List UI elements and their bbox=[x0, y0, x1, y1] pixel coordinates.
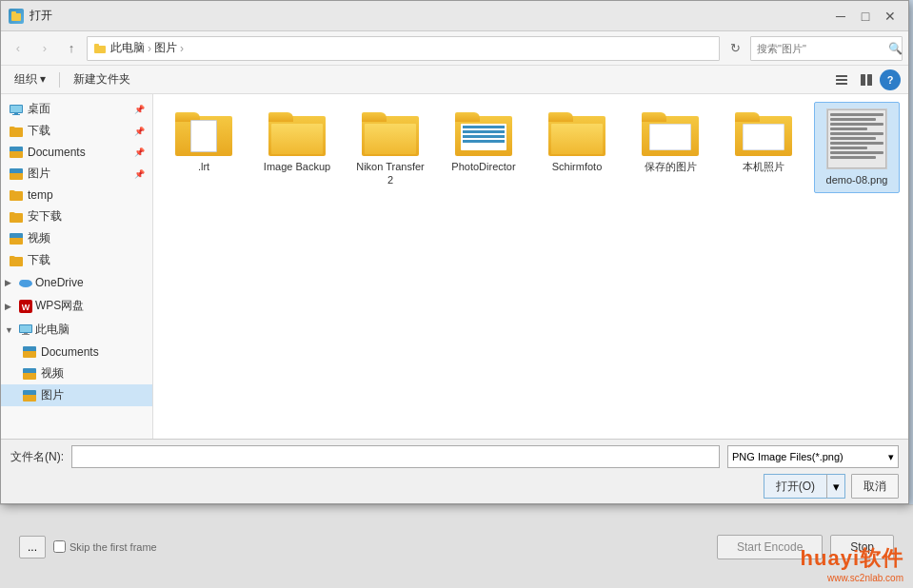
back-button[interactable]: ‹ bbox=[7, 37, 30, 60]
sidebar-label-onedrive: OneDrive bbox=[35, 276, 84, 289]
folder-icon-imagebackup bbox=[268, 108, 326, 156]
view-list-button[interactable] bbox=[830, 69, 853, 90]
skip-frame-row[interactable]: Skip the first frame bbox=[53, 540, 157, 553]
title-bar: 打开 ─ □ ✕ bbox=[1, 1, 908, 31]
file-item-local-photos[interactable]: 本机照片 bbox=[721, 102, 806, 194]
file-label-photodirector: PhotoDirector bbox=[451, 160, 515, 173]
file-item-saved-pics[interactable]: 保存的图片 bbox=[627, 102, 713, 194]
sidebar-group-pc[interactable]: ▼ 此电脑 bbox=[1, 318, 152, 342]
breadcrumb-sep-1: › bbox=[148, 42, 151, 55]
sidebar-label-documents: Documents bbox=[28, 146, 86, 159]
sidebar-label-pc-pictures: 图片 bbox=[41, 387, 64, 403]
sidebar-label-temp: temp bbox=[28, 188, 53, 202]
organize-button[interactable]: 组织 ▾ bbox=[9, 69, 51, 89]
folder-icon-photodirector bbox=[455, 108, 512, 156]
cancel-button[interactable]: 取消 bbox=[851, 474, 899, 499]
sidebar-label-pc: 此电脑 bbox=[35, 322, 69, 338]
sidebar-label-video1: 视频 bbox=[28, 230, 50, 246]
search-icon[interactable]: 🔍 bbox=[888, 42, 903, 55]
title-bar-controls: ─ □ ✕ bbox=[830, 6, 901, 27]
sidebar-item-video1[interactable]: 视频 bbox=[1, 227, 152, 249]
file-item-nikon[interactable]: Nikon Transfer 2 bbox=[347, 102, 433, 194]
svg-rect-11 bbox=[12, 114, 20, 115]
close-button[interactable]: ✕ bbox=[880, 6, 901, 27]
svg-rect-3 bbox=[94, 44, 99, 48]
toolbar: 组织 ▾ 新建文件夹 ? bbox=[1, 66, 908, 94]
sidebar-item-documents[interactable]: Documents 📌 bbox=[1, 142, 152, 163]
thumb-line-2 bbox=[830, 118, 876, 121]
open-button[interactable]: 打开(O) bbox=[764, 474, 826, 499]
svg-rect-7 bbox=[861, 74, 865, 86]
expand-icon-wps: ▶ bbox=[5, 302, 16, 311]
pin-icon-desktop: 📌 bbox=[134, 105, 145, 114]
filetype-label: PNG Image Files(*.png) bbox=[732, 451, 844, 462]
view-buttons: ? bbox=[830, 69, 901, 90]
new-folder-button[interactable]: 新建文件夹 bbox=[68, 69, 136, 89]
open-dropdown-arrow[interactable]: ▾ bbox=[826, 474, 845, 499]
sidebar-item-pictures[interactable]: 图片 📌 bbox=[1, 163, 152, 185]
breadcrumb-pc[interactable]: 此电脑 bbox=[110, 40, 145, 56]
file-item-photodirector[interactable]: PhotoDirector bbox=[441, 102, 526, 194]
filename-input[interactable] bbox=[71, 445, 720, 468]
svg-point-14 bbox=[20, 280, 27, 285]
maximize-button[interactable]: □ bbox=[855, 6, 876, 27]
skip-frame-checkbox[interactable] bbox=[53, 540, 66, 553]
thumb-line-8 bbox=[830, 147, 867, 149]
pin-icon-pictures: 📌 bbox=[134, 169, 145, 179]
ellipsis-button[interactable]: ... bbox=[19, 536, 46, 559]
sidebar-label-wps: WPS网盘 bbox=[35, 298, 84, 314]
search-bar: 🔍 bbox=[750, 36, 903, 61]
folder-icon-lrt bbox=[175, 108, 232, 156]
file-label-demo08: demo-08.png bbox=[826, 173, 888, 186]
sidebar-item-pc-video[interactable]: 视频 bbox=[1, 363, 152, 384]
search-input[interactable] bbox=[757, 43, 888, 54]
pc-icon bbox=[18, 323, 33, 338]
svg-point-15 bbox=[26, 281, 31, 285]
watermark: huayi软件 www.sc2nlab.com bbox=[801, 544, 903, 583]
sidebar-item-andownload[interactable]: 安下载 bbox=[1, 206, 152, 227]
image-thumbnail-demo08 bbox=[826, 108, 887, 169]
file-item-lrt[interactable]: .lrt bbox=[161, 102, 247, 194]
folder-icon-pc-video bbox=[22, 366, 37, 382]
folder-icon-pictures bbox=[9, 167, 24, 182]
sidebar-item-download2[interactable]: 下载 bbox=[1, 249, 152, 271]
main-content-area: 桌面 📌 下载 📌 Documents 📌 bbox=[1, 94, 908, 439]
filetype-select[interactable]: PNG Image Files(*.png) ▾ bbox=[727, 445, 899, 468]
sidebar-label-download2: 下载 bbox=[28, 252, 50, 268]
sidebar-label-pictures: 图片 bbox=[28, 166, 50, 182]
sidebar-item-download1[interactable]: 下载 📌 bbox=[1, 120, 152, 142]
folder-icon-saved-pics bbox=[642, 108, 699, 156]
breadcrumb-pictures[interactable]: 图片 bbox=[154, 40, 177, 56]
svg-rect-6 bbox=[836, 83, 847, 85]
thumb-line-1 bbox=[830, 113, 883, 116]
sidebar-item-desktop[interactable]: 桌面 📌 bbox=[1, 98, 152, 120]
folder-lines-deco bbox=[461, 124, 506, 150]
minimize-button[interactable]: ─ bbox=[830, 6, 851, 27]
thumb-line-5 bbox=[830, 132, 883, 135]
sidebar-group-onedrive[interactable]: ▶ OneDrive bbox=[1, 271, 152, 294]
bottom-bar: 文件名(N): PNG Image Files(*.png) ▾ 打开(O) ▾… bbox=[1, 439, 908, 503]
sidebar-item-temp[interactable]: temp bbox=[1, 185, 152, 206]
sidebar-group-wps[interactable]: ▶ W WPS网盘 bbox=[1, 294, 152, 318]
up-button[interactable]: ↑ bbox=[60, 37, 83, 60]
breadcrumb-sep-2: › bbox=[180, 42, 184, 55]
action-row: 打开(O) ▾ 取消 bbox=[10, 474, 899, 499]
svg-rect-5 bbox=[836, 79, 847, 81]
refresh-button[interactable]: ↻ bbox=[724, 37, 746, 60]
sidebar-item-pc-pictures[interactable]: 图片 bbox=[1, 384, 152, 406]
sidebar-item-pc-documents[interactable]: Documents bbox=[1, 342, 152, 363]
thumb-line-10 bbox=[830, 156, 876, 159]
help-button[interactable]: ? bbox=[880, 69, 901, 90]
svg-rect-4 bbox=[836, 75, 847, 77]
file-label-schirmfoto: Schirmfoto bbox=[552, 160, 603, 173]
file-item-imagebackup[interactable]: Image Backup bbox=[254, 102, 340, 194]
view-pane-button[interactable] bbox=[855, 69, 878, 90]
file-item-schirmfoto[interactable]: Schirmfoto bbox=[534, 102, 620, 194]
svg-text:W: W bbox=[22, 303, 30, 312]
file-item-demo08[interactable]: demo-08.png bbox=[814, 102, 900, 193]
svg-rect-8 bbox=[867, 74, 872, 86]
forward-button[interactable]: › bbox=[33, 37, 56, 60]
expand-icon-pc: ▼ bbox=[5, 325, 16, 335]
file-label-saved-pics: 保存的图片 bbox=[645, 160, 697, 173]
filename-row: 文件名(N): PNG Image Files(*.png) ▾ bbox=[10, 445, 899, 468]
